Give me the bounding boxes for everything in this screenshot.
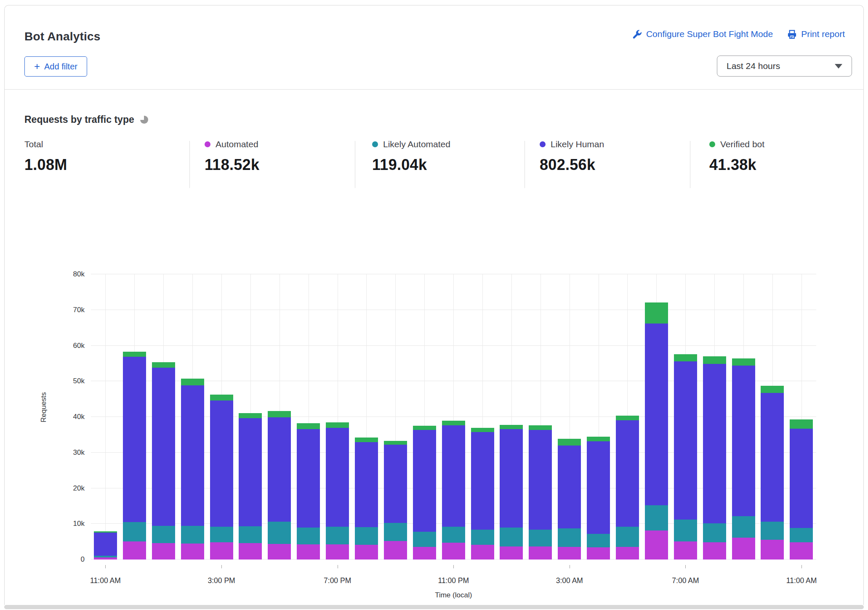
segment-likely-human[interactable]: [94, 533, 117, 556]
segment-automated[interactable]: [413, 547, 436, 560]
segment-automated[interactable]: [558, 547, 581, 560]
segment-likely-human[interactable]: [500, 429, 523, 528]
segment-likely-human[interactable]: [442, 425, 465, 527]
segment-verified-bot[interactable]: [239, 413, 262, 419]
bar-11-00-am[interactable]: [91, 274, 120, 560]
segment-likely-automated[interactable]: [674, 520, 697, 541]
segment-likely-automated[interactable]: [326, 527, 349, 544]
segment-likely-human[interactable]: [529, 430, 552, 530]
segment-verified-bot[interactable]: [529, 425, 552, 430]
segment-likely-automated[interactable]: [355, 527, 378, 545]
bar-3-00-am[interactable]: [555, 274, 584, 560]
bar-11-00-pm[interactable]: [439, 274, 468, 560]
segment-likely-automated[interactable]: [384, 523, 407, 541]
segment-likely-human[interactable]: [587, 441, 610, 534]
bar-6-00-pm[interactable]: [294, 274, 323, 560]
segment-likely-automated[interactable]: [558, 528, 581, 547]
segment-automated[interactable]: [123, 541, 146, 560]
segment-verified-bot[interactable]: [326, 422, 349, 428]
bar-2-00-am[interactable]: [526, 274, 555, 560]
segment-automated[interactable]: [297, 544, 320, 560]
segment-likely-human[interactable]: [732, 366, 755, 516]
bar-8-00-pm[interactable]: [352, 274, 381, 560]
segment-verified-bot[interactable]: [442, 421, 465, 425]
segment-automated[interactable]: [500, 546, 523, 560]
segment-verified-bot[interactable]: [268, 411, 291, 417]
segment-likely-automated[interactable]: [529, 530, 552, 546]
bar-12-00-pm[interactable]: [120, 274, 149, 560]
segment-likely-automated[interactable]: [442, 527, 465, 543]
segment-automated[interactable]: [442, 543, 465, 560]
segment-likely-human[interactable]: [616, 420, 639, 527]
segment-automated[interactable]: [210, 542, 233, 560]
segment-automated[interactable]: [732, 538, 755, 560]
segment-verified-bot[interactable]: [181, 379, 204, 385]
segment-automated[interactable]: [471, 545, 494, 560]
segment-verified-bot[interactable]: [674, 354, 697, 361]
bar-2-00-pm[interactable]: [178, 274, 207, 560]
segment-automated[interactable]: [761, 540, 784, 560]
segment-likely-human[interactable]: [384, 445, 407, 523]
segment-automated[interactable]: [674, 541, 697, 560]
segment-likely-automated[interactable]: [268, 522, 291, 544]
segment-likely-automated[interactable]: [239, 526, 262, 543]
bar-5-00-am[interactable]: [613, 274, 642, 560]
segment-automated[interactable]: [587, 547, 610, 560]
segment-verified-bot[interactable]: [790, 419, 813, 429]
segment-likely-automated[interactable]: [703, 523, 726, 543]
segment-automated[interactable]: [355, 545, 378, 560]
bar-5-00-pm[interactable]: [265, 274, 294, 560]
segment-likely-human[interactable]: [674, 361, 697, 520]
bar-11-00-am[interactable]: [787, 274, 816, 560]
segment-verified-bot[interactable]: [210, 395, 233, 400]
segment-likely-human[interactable]: [152, 368, 175, 525]
bar-7-00-pm[interactable]: [323, 274, 352, 560]
segment-likely-human[interactable]: [558, 446, 581, 529]
segment-automated[interactable]: [703, 542, 726, 560]
bar-10-00-am[interactable]: [758, 274, 787, 560]
segment-likely-human[interactable]: [355, 442, 378, 527]
segment-likely-human[interactable]: [761, 393, 784, 522]
segment-verified-bot[interactable]: [732, 358, 755, 366]
segment-likely-human[interactable]: [181, 385, 204, 526]
segment-automated[interactable]: [529, 546, 552, 560]
bar-7-00-am[interactable]: [671, 274, 700, 560]
segment-likely-human[interactable]: [703, 364, 726, 523]
segment-verified-bot[interactable]: [761, 386, 784, 393]
segment-likely-automated[interactable]: [123, 522, 146, 541]
segment-automated[interactable]: [239, 543, 262, 560]
bar-9-00-pm[interactable]: [381, 274, 410, 560]
segment-automated[interactable]: [326, 544, 349, 560]
bar-10-00-pm[interactable]: [410, 274, 439, 560]
segment-likely-human[interactable]: [239, 418, 262, 526]
segment-likely-automated[interactable]: [500, 528, 523, 546]
segment-likely-automated[interactable]: [152, 526, 175, 544]
segment-likely-human[interactable]: [413, 430, 436, 532]
segment-likely-automated[interactable]: [587, 534, 610, 547]
segment-verified-bot[interactable]: [297, 423, 320, 429]
segment-verified-bot[interactable]: [384, 441, 407, 445]
bar-8-00-am[interactable]: [700, 274, 729, 560]
segment-verified-bot[interactable]: [645, 302, 668, 324]
segment-likely-automated[interactable]: [210, 527, 233, 542]
bar-4-00-am[interactable]: [584, 274, 613, 560]
segment-automated[interactable]: [152, 543, 175, 560]
segment-verified-bot[interactable]: [500, 425, 523, 429]
segment-automated[interactable]: [384, 541, 407, 560]
segment-likely-human[interactable]: [268, 417, 291, 522]
segment-likely-human[interactable]: [790, 429, 813, 528]
segment-likely-automated[interactable]: [616, 527, 639, 547]
segment-automated[interactable]: [790, 542, 813, 560]
segment-verified-bot[interactable]: [703, 356, 726, 364]
bar-12-00-am[interactable]: [468, 274, 497, 560]
segment-likely-human[interactable]: [210, 400, 233, 527]
segment-verified-bot[interactable]: [355, 438, 378, 442]
segment-likely-human[interactable]: [123, 357, 146, 522]
bar-4-00-pm[interactable]: [236, 274, 265, 560]
bar-6-00-am[interactable]: [642, 274, 671, 560]
segment-verified-bot[interactable]: [558, 439, 581, 446]
segment-automated[interactable]: [268, 544, 291, 560]
segment-automated[interactable]: [94, 557, 117, 560]
segment-likely-human[interactable]: [297, 429, 320, 528]
bar-1-00-pm[interactable]: [149, 274, 178, 560]
